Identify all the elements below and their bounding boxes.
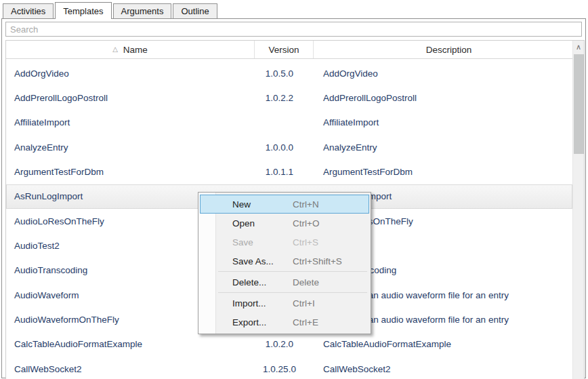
- cell-name: ArgumentTestForDbm: [7, 167, 255, 177]
- context-menu: NewCtrl+NOpenCtrl+OSaveCtrl+SSave As...C…: [198, 192, 371, 334]
- menu-item-import[interactable]: Import...Ctrl+I: [200, 294, 369, 313]
- cell-description: AffiliateImport: [314, 117, 572, 127]
- menu-item-shortcut: Ctrl+S: [293, 237, 318, 247]
- vertical-scrollbar[interactable]: ∧: [572, 41, 584, 379]
- menu-item-shortcut: Ctrl+Shift+S: [293, 256, 342, 266]
- column-header-name-label: Name: [123, 45, 148, 55]
- cell-description: CalcTableAudioFormatExample: [314, 339, 572, 349]
- cell-version: 1.0.2.0: [255, 339, 314, 349]
- menu-item-label: New: [232, 199, 251, 210]
- column-header-version[interactable]: Version: [255, 41, 314, 58]
- menu-separator: [218, 271, 367, 272]
- sort-ascending-icon: △: [112, 45, 118, 53]
- search-input[interactable]: [5, 22, 582, 37]
- menu-item-label: Delete...: [232, 277, 266, 287]
- column-header-name[interactable]: △ Name: [6, 41, 255, 58]
- table-row[interactable]: CalcTableAudioFormatExample1.0.2.0CalcTa…: [6, 332, 572, 357]
- cell-name: AffiliateImport: [7, 117, 255, 127]
- column-header-description-label: Description: [426, 45, 472, 55]
- menu-item-save: SaveCtrl+S: [200, 233, 369, 252]
- cell-description: AddOrgVideo: [314, 68, 572, 79]
- cell-version: 1.0.5.0: [255, 68, 314, 79]
- table-row[interactable]: AddPrerollLogoPostroll1.0.2.2AddPrerollL…: [6, 85, 572, 110]
- menu-item-shortcut: Ctrl+E: [293, 317, 318, 327]
- table-row[interactable]: AddOrgVideo1.0.5.0AddOrgVideo: [6, 61, 572, 85]
- table-row[interactable]: ArgumentTestForDbm1.0.1.1ArgumentTestFor…: [6, 159, 572, 184]
- menu-item-label: Import...: [232, 298, 266, 308]
- menu-item-open[interactable]: OpenCtrl+O: [200, 214, 369, 233]
- menu-item-label: Open: [232, 218, 255, 228]
- cell-name: CallWebSocket2: [7, 364, 255, 374]
- menu-item-shortcut: Ctrl+O: [293, 218, 319, 228]
- cell-description: ArgumentTestForDbm: [314, 167, 572, 177]
- cell-version: 1.0.2.2: [255, 93, 314, 103]
- tab-arguments[interactable]: Arguments: [113, 3, 172, 18]
- menu-item-shortcut: Ctrl+N: [293, 199, 319, 210]
- menu-item-delete[interactable]: Delete...Delete: [200, 273, 369, 292]
- column-header-description[interactable]: Description: [314, 41, 584, 58]
- cell-description: AddPrerollLogoPostroll: [314, 93, 572, 103]
- cell-description: AnalyzeEntry: [314, 142, 572, 153]
- cell-name: AddOrgVideo: [7, 68, 255, 79]
- table-row[interactable]: AnalyzeEntry1.0.0.0AnalyzeEntry: [6, 135, 572, 159]
- cell-description: CallWebSocket2: [314, 364, 572, 374]
- cell-version: 1.0.1.1: [255, 167, 314, 177]
- table-row[interactable]: CallWebSocket21.0.25.0CallWebSocket2: [6, 357, 572, 379]
- cell-name: CalcTableAudioFormatExample: [7, 339, 255, 349]
- menu-item-shortcut: Delete: [293, 277, 319, 287]
- column-header-version-label: Version: [268, 45, 299, 55]
- tab-templates[interactable]: Templates: [55, 2, 111, 19]
- tab-bar: ActivitiesTemplatesArgumentsOutline: [3, 1, 219, 18]
- menu-item-new[interactable]: NewCtrl+N: [200, 195, 369, 214]
- menu-separator: [218, 292, 367, 293]
- menu-item-label: Save: [232, 237, 253, 247]
- cell-name: AnalyzeEntry: [7, 142, 255, 153]
- menu-item-label: Save As...: [232, 256, 274, 266]
- menu-item-saveas[interactable]: Save As...Ctrl+Shift+S: [200, 252, 369, 271]
- grid-header: △ Name Version Description: [6, 41, 584, 59]
- menu-item-shortcut: Ctrl+I: [293, 298, 315, 308]
- cell-version: 1.0.0.0: [255, 142, 314, 153]
- menu-item-label: Export...: [232, 317, 266, 327]
- cell-name: AddPrerollLogoPostroll: [7, 93, 255, 103]
- cell-version: 1.0.25.0: [255, 364, 314, 374]
- table-row[interactable]: AffiliateImportAffiliateImport: [6, 111, 572, 135]
- menu-item-export[interactable]: Export...Ctrl+E: [200, 313, 369, 332]
- scrollbar-thumb[interactable]: [574, 54, 584, 154]
- scrollbar-up-arrow-icon[interactable]: ∧: [573, 41, 584, 53]
- tab-activities[interactable]: Activities: [3, 3, 54, 18]
- tab-outline[interactable]: Outline: [173, 3, 217, 18]
